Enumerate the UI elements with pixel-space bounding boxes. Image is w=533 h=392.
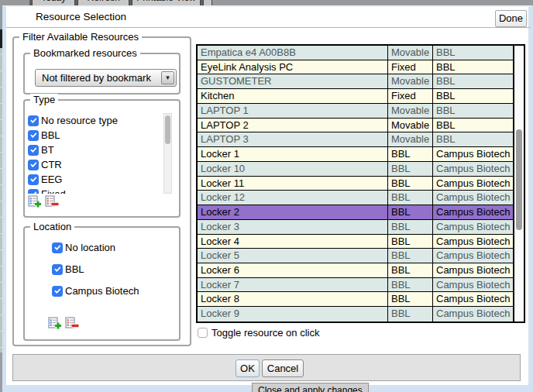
table-cell: BBL (433, 104, 513, 118)
table-row[interactable]: Locker 11BBLCampus Biotech (198, 177, 524, 191)
table-cell: Campus Biotech (433, 220, 513, 234)
table-cell: Locker 11 (198, 177, 388, 191)
resource-selection-dialog: Resource Selection Done Filter Available… (2, 5, 533, 392)
location-option-row: BBL (52, 262, 139, 277)
type-option-checkbox[interactable] (28, 189, 39, 194)
type-option-row: CTR (28, 157, 174, 172)
type-option-checkbox[interactable] (28, 174, 39, 185)
location-option-list: No locationBBLCampus Biotech (52, 240, 139, 298)
table-row[interactable]: Locker 9BBLCampus Biotech (198, 307, 524, 322)
location-legend: Location (30, 221, 74, 233)
table-cell: Locker 5 (198, 249, 388, 263)
bookmarked-legend: Bookmarked resources (30, 47, 140, 60)
table-row[interactable]: Locker 3BBLCampus Biotech (198, 220, 524, 235)
table-row[interactable]: Empatica e4 A00B8BMovableBBL (198, 46, 524, 60)
cancel-button[interactable]: Cancel (262, 359, 304, 377)
table-row[interactable]: EyeLink Analysis PCFixedBBL (198, 60, 524, 75)
type-list-scrollbar[interactable] (163, 113, 172, 194)
table-cell: BBL (388, 191, 433, 205)
clear-all-types-icon[interactable] (45, 194, 59, 208)
table-cell: Campus Biotech (433, 249, 513, 263)
table-cell: Locker 8 (198, 292, 388, 306)
table-cell: Locker 12 (198, 191, 388, 205)
select-all-types-icon[interactable] (28, 194, 42, 208)
type-option-label: BT (41, 144, 54, 156)
table-row[interactable]: Locker 8BBLCampus Biotech (198, 292, 524, 307)
location-option-label: No location (65, 242, 115, 253)
location-fieldset: Location No locationBBLCampus Biotech (23, 226, 181, 341)
table-row[interactable]: Locker 4BBLCampus Biotech (198, 235, 524, 249)
ok-button[interactable]: OK (236, 359, 260, 377)
table-row[interactable]: Locker 6BBLCampus Biotech (198, 263, 524, 278)
type-option-checkbox[interactable] (28, 145, 39, 156)
table-row[interactable]: LAPTOP 1MovableBBL (198, 104, 524, 119)
type-option-label: No resource type (41, 115, 118, 126)
table-cell: Campus Biotech (433, 191, 513, 205)
toggle-resource-label: Toggle resource on click (211, 327, 319, 339)
bookmark-filter-value: Not filtered by bookmark (36, 72, 161, 84)
table-cell: BBL (433, 60, 513, 74)
table-row[interactable]: LAPTOP 3MovableBBL (198, 132, 524, 147)
type-legend: Type (30, 94, 58, 106)
type-option-checkbox[interactable] (28, 115, 39, 126)
table-row[interactable]: Locker 5BBLCampus Biotech (198, 249, 524, 263)
resource-table: Empatica e4 A00B8BMovableBBLEyeLink Anal… (196, 44, 525, 323)
table-cell: Movable (388, 46, 433, 60)
bookmark-filter-select[interactable]: Not filtered by bookmark ▼ (35, 69, 177, 87)
table-cell: LAPTOP 1 (198, 104, 388, 118)
table-row[interactable]: Locker 12BBLCampus Biotech (198, 191, 524, 205)
table-cell: Empatica e4 A00B8B (198, 46, 388, 60)
dialog-title: Resource Selection (36, 7, 126, 27)
filter-available-resources-fieldset: Filter Available Resources Bookmarked re… (12, 36, 191, 346)
table-cell: Campus Biotech (433, 278, 513, 292)
table-cell: Fixed (388, 60, 433, 74)
table-row[interactable]: Locker 2BBLCampus Biotech (198, 205, 524, 220)
table-cell: BBL (388, 235, 433, 249)
type-fieldset: Type No resource typeBBLBTCTREEGFixed (23, 99, 181, 218)
dialog-footer: OK Cancel (12, 354, 521, 381)
table-cell: BBL (388, 249, 433, 263)
table-cell: Campus Biotech (433, 263, 513, 277)
table-cell: Movable (388, 74, 433, 88)
toggle-resource-row: Toggle resource on click (198, 327, 319, 339)
table-cell: Campus Biotech (433, 177, 513, 191)
type-option-row: EEG (28, 172, 174, 187)
type-option-checkbox[interactable] (28, 130, 39, 141)
clear-all-locations-icon[interactable] (65, 316, 79, 330)
done-button[interactable]: Done (495, 10, 527, 27)
toggle-resource-checkbox[interactable] (198, 328, 208, 338)
location-option-label: Campus Biotech (65, 285, 139, 297)
type-list-scrollbar-thumb[interactable] (165, 115, 170, 144)
bookmarked-resources-fieldset: Bookmarked resources Not filtered by boo… (23, 53, 181, 95)
table-cell: BBL (433, 119, 513, 132)
table-row[interactable]: Locker 1BBLCampus Biotech (198, 147, 524, 162)
table-cell: GUSTOMETER (198, 74, 388, 88)
resource-table-scrollbar[interactable] (513, 46, 524, 322)
location-option-checkbox[interactable] (52, 242, 63, 253)
table-cell: Movable (388, 104, 433, 118)
table-cell: BBL (388, 307, 433, 322)
location-option-row: No location (52, 240, 139, 255)
table-row[interactable]: KitchenFixedBBL (198, 89, 524, 104)
table-row[interactable]: Locker 10BBLCampus Biotech (198, 162, 524, 177)
resource-table-scrollbar-thumb[interactable] (516, 129, 522, 230)
table-cell: Locker 4 (198, 235, 388, 249)
table-cell: BBL (433, 46, 513, 60)
table-cell: BBL (388, 147, 433, 161)
table-cell: BBL (433, 74, 513, 88)
table-row[interactable]: Locker 7BBLCampus Biotech (198, 278, 524, 293)
chevron-down-icon: ▼ (161, 71, 174, 84)
type-option-list: No resource typeBBLBTCTREEGFixed (28, 113, 174, 194)
table-cell: Kitchen (198, 89, 388, 103)
table-cell: Movable (388, 132, 433, 146)
table-row[interactable]: GUSTOMETERMovableBBL (198, 74, 524, 89)
type-option-label: EEG (41, 174, 62, 185)
location-option-checkbox[interactable] (52, 286, 63, 297)
select-all-locations-icon[interactable] (48, 316, 62, 330)
table-cell: Locker 9 (198, 307, 388, 322)
table-cell: Locker 2 (198, 205, 388, 219)
location-option-checkbox[interactable] (52, 264, 63, 275)
table-cell: Campus Biotech (433, 162, 513, 176)
type-option-checkbox[interactable] (28, 160, 39, 170)
table-row[interactable]: LAPTOP 2MovableBBL (198, 119, 524, 133)
